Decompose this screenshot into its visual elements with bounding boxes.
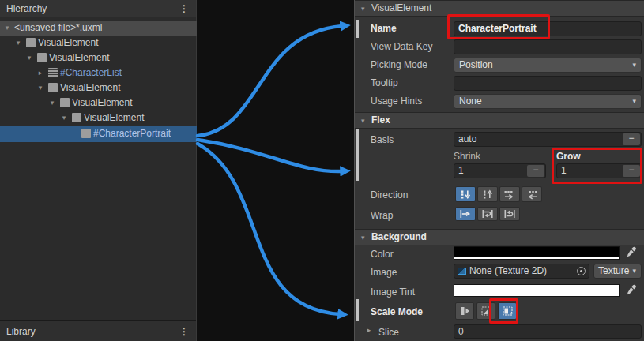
view-data-key-input[interactable] (454, 39, 642, 54)
foldout-arrow-icon[interactable]: ▾ (361, 230, 365, 245)
wrap-nowrap-button[interactable] (455, 207, 476, 221)
texture-thumbnail-icon (458, 268, 466, 275)
annotation-arrows (180, 0, 363, 341)
tree-row-characterportrait-selected[interactable]: #CharacterPortrait (0, 126, 197, 142)
section-title: Background (371, 231, 427, 242)
grow-value: 1 (561, 165, 567, 176)
flex-column-reverse-icon (481, 189, 494, 200)
hierarchy-header: Hierarchy ⋮ (0, 0, 196, 17)
grow-input[interactable]: 1 − (556, 163, 642, 178)
scale-mode-label: Scale Mode (371, 306, 423, 317)
tree-row-label: #CharacterPortrait (93, 126, 171, 142)
tree-row-characterlist[interactable]: ▸ #CharacterList (0, 66, 197, 81)
arrow-to-name-field (198, 26, 342, 136)
expander-icon[interactable]: ▾ (36, 81, 45, 96)
wrap-wrap-button[interactable] (477, 207, 498, 221)
slice-foldout-icon[interactable]: ▸ (364, 326, 374, 334)
hierarchy-title: Hierarchy (6, 3, 47, 14)
image-object-field[interactable]: None (Texture 2D) (454, 264, 589, 279)
grow-unit-button[interactable]: − (623, 165, 640, 177)
tree-row-uxml-file[interactable]: ▾ <unsaved file>*.uxml (0, 21, 197, 36)
basis-unit-button[interactable]: − (623, 133, 640, 145)
scale-mode-stretch-button[interactable] (455, 302, 474, 320)
basis-input[interactable]: auto − (454, 132, 642, 147)
object-picker-icon[interactable] (577, 267, 586, 275)
modified-indicator-bar (356, 299, 359, 321)
chevron-down-icon: ▾ (632, 264, 636, 278)
image-object-value: None (Texture 2D) (469, 265, 547, 276)
foldout-arrow-icon[interactable]: ▾ (361, 114, 365, 129)
image-type-value: Texture (598, 265, 629, 276)
slice-input[interactable]: 0 (454, 324, 642, 339)
tree-row-label: <unsaved file>*.uxml (14, 21, 102, 36)
visual-element-icon (81, 129, 91, 138)
background-color-swatch[interactable] (454, 246, 620, 260)
nowrap-icon (459, 209, 472, 219)
library-menu-icon[interactable]: ⋮ (179, 321, 189, 341)
chevron-down-icon: ▾ (632, 95, 636, 108)
scale-mode-fit-button[interactable] (498, 302, 517, 320)
image-tint-swatch[interactable] (454, 284, 620, 297)
flex-column-icon (459, 189, 472, 200)
chevron-down-icon: ▾ (632, 58, 636, 72)
eyedropper-icon[interactable] (626, 284, 637, 295)
image-label: Image (371, 267, 397, 278)
expander-icon[interactable]: ▾ (24, 51, 34, 66)
tree-row-visualelement-5[interactable]: ▾ VisualElement (0, 111, 197, 126)
section-header-background[interactable]: ▾ Background (355, 229, 644, 245)
expander-icon[interactable]: ▾ (47, 96, 57, 111)
tree-row-label: VisualElement (84, 111, 145, 126)
wrap-label: Wrap (371, 210, 393, 221)
scale-mode-crop-button[interactable] (476, 302, 495, 320)
usage-hints-label: Usage Hints (371, 96, 422, 107)
modified-indicator-bar (356, 20, 359, 38)
expander-icon[interactable]: ▾ (13, 36, 23, 51)
wrap-reverse-button[interactable] (499, 207, 520, 221)
list-view-icon (48, 68, 58, 77)
direction-column-reverse-button[interactable] (477, 186, 498, 202)
direction-row-reverse-button[interactable] (522, 186, 542, 202)
tooltip-input[interactable] (454, 76, 642, 91)
stretch-to-fill-icon (460, 306, 470, 316)
section-header-flex[interactable]: ▾ Flex (355, 112, 644, 129)
scale-to-fit-icon (503, 306, 513, 316)
hierarchy-menu-icon[interactable]: ⋮ (179, 0, 189, 17)
modified-indicator-bar (356, 129, 359, 181)
basis-value: auto (458, 133, 476, 144)
expander-icon[interactable]: ▾ (59, 111, 69, 126)
name-label: Name (371, 23, 397, 34)
grow-label: Grow (556, 151, 581, 162)
flex-row-reverse-icon (525, 189, 538, 200)
wrap-reverse-icon (503, 209, 516, 219)
direction-column-button[interactable] (455, 186, 476, 202)
usage-hints-value: None (459, 96, 482, 107)
foldout-arrow-icon[interactable]: ▾ (361, 2, 365, 17)
tree-row-visualelement-1[interactable]: ▾ VisualElement (0, 36, 197, 51)
visual-element-icon (48, 83, 58, 92)
section-header-visualelement[interactable]: ▾ VisualElement (355, 0, 644, 17)
picking-mode-dropdown[interactable]: Position ▾ (454, 58, 642, 73)
library-header: Library ⋮ (0, 320, 196, 341)
tree-row-label: VisualElement (72, 96, 133, 111)
tree-row-visualelement-3[interactable]: ▾ VisualElement (0, 81, 197, 96)
name-input[interactable]: CharacterPortrait (454, 21, 642, 36)
direction-row-button[interactable] (499, 186, 520, 202)
image-type-dropdown[interactable]: Texture ▾ (593, 264, 642, 279)
shrink-input[interactable]: 1 − (454, 163, 546, 178)
view-data-key-label: View Data Key (371, 41, 433, 52)
expander-icon[interactable]: ▸ (36, 66, 45, 81)
usage-hints-dropdown[interactable]: None ▾ (454, 94, 642, 109)
tree-row-label: #CharacterList (60, 66, 122, 81)
shrink-label: Shrink (454, 151, 480, 162)
scale-and-crop-icon (481, 306, 491, 316)
eyedropper-icon[interactable] (626, 246, 637, 257)
visual-element-icon (72, 113, 81, 122)
shrink-value: 1 (458, 165, 464, 176)
picking-mode-value: Position (459, 59, 493, 70)
shrink-unit-button[interactable]: − (527, 165, 544, 177)
visual-element-icon (37, 53, 47, 62)
tree-row-visualelement-2[interactable]: ▾ VisualElement (0, 51, 197, 66)
expander-icon[interactable]: ▾ (2, 21, 12, 36)
tree-row-visualelement-4[interactable]: ▾ VisualElement (0, 96, 197, 111)
basis-label: Basis (371, 134, 394, 145)
